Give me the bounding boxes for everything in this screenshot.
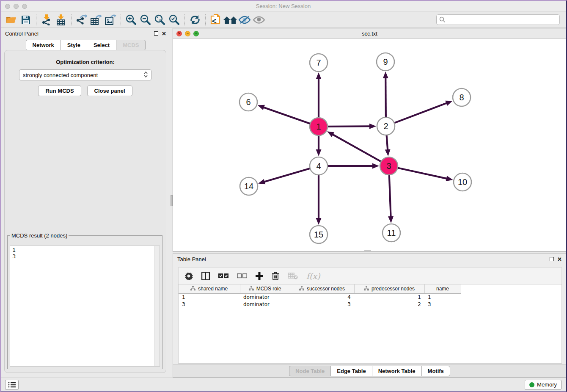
run-mcds-button[interactable]: Run MCDS (38, 86, 81, 96)
settings-gear-icon[interactable] (184, 272, 193, 280)
graph-node-label-10: 10 (458, 177, 467, 187)
attribute-icon (364, 286, 369, 292)
close-table-panel-icon[interactable]: ✕ (557, 257, 562, 262)
tab-edge-table[interactable]: Edge Table (330, 366, 372, 376)
column-header-predecessor-nodes[interactable]: predecessor nodes (354, 284, 424, 293)
close-panel-icon[interactable]: ✕ (162, 31, 166, 36)
node-table[interactable]: shared nameMCDS rolesuccessor nodesprede… (178, 284, 562, 364)
import-network-icon[interactable] (39, 14, 54, 26)
export-network-icon[interactable] (74, 14, 89, 26)
graph-arrowhead-2-3 (385, 149, 391, 156)
table-row[interactable]: 3dominator323 (179, 301, 461, 308)
zoom-in-icon[interactable] (124, 14, 138, 26)
tab-style[interactable]: Style (61, 40, 87, 50)
search-input[interactable] (436, 14, 560, 25)
network-canvas[interactable]: 7968124314101511 (173, 39, 566, 251)
tab-node-table[interactable]: Node Table (289, 366, 330, 376)
cell-shared-name[interactable]: 3 (179, 301, 240, 308)
add-column-icon[interactable] (256, 272, 263, 280)
attribute-icon (190, 286, 195, 292)
refresh-view-icon[interactable] (188, 14, 202, 26)
cell-MCDS-role[interactable]: dominator (240, 293, 290, 301)
open-session-icon[interactable] (4, 14, 19, 26)
graph-edge-3-10[interactable] (397, 168, 447, 179)
criterion-value: strongly connected component (23, 72, 98, 78)
cell-successor-nodes[interactable]: 4 (290, 293, 354, 301)
cell-MCDS-role[interactable]: dominator (240, 301, 290, 308)
graph-arrowhead-1-4 (316, 149, 322, 156)
tab-motifs[interactable]: Motifs (421, 366, 450, 376)
table-header-row: shared nameMCDS rolesuccessor nodesprede… (179, 284, 461, 293)
zoom-selected-icon[interactable] (167, 14, 182, 26)
graph-edge-4-14[interactable] (264, 168, 311, 182)
result-scrollbar[interactable] (154, 246, 160, 366)
hide-selected-icon[interactable] (237, 14, 252, 26)
delete-table-icon (288, 272, 298, 280)
column-label: predecessor nodes (372, 286, 415, 292)
float-panel-icon[interactable] (154, 31, 158, 36)
zoom-out-icon[interactable] (138, 14, 153, 26)
column-header-name[interactable]: name (424, 284, 461, 293)
column-header-successor-nodes[interactable]: successor nodes (290, 284, 354, 293)
show-all-icon[interactable] (252, 14, 266, 26)
memory-label: Memory (537, 381, 557, 388)
show-column-icon[interactable] (201, 272, 210, 280)
mcds-result-group: MCDS result (2 nodes) 1 3 (7, 232, 162, 369)
cell-predecessor-nodes[interactable]: 2 (354, 301, 424, 308)
graph-edge-1-2[interactable] (327, 126, 370, 127)
control-panel-tabs: NetworkStyleSelectMCDS (1, 40, 171, 50)
export-image-icon[interactable] (103, 14, 118, 26)
attribute-icon (299, 286, 304, 292)
graph-edge-2-3[interactable] (386, 135, 388, 150)
close-panel-button[interactable]: Close panel (87, 86, 132, 96)
mcds-result-text[interactable]: 1 3 (10, 246, 160, 367)
network-graph[interactable]: 7968124314101511 (173, 39, 566, 251)
cell-name[interactable]: 3 (424, 301, 461, 308)
save-session-icon[interactable] (19, 14, 33, 26)
task-history-button[interactable] (5, 380, 19, 390)
tab-network[interactable]: Network (26, 40, 61, 50)
control-panel-header: Control Panel ✕ (1, 28, 171, 39)
column-header-MCDS-role[interactable]: MCDS role (240, 284, 290, 293)
mcds-tab-content: Optimization criterion: strongly connect… (4, 50, 166, 373)
table-row[interactable]: 1dominator411 (179, 293, 461, 301)
graph-arrowhead-1-2 (369, 124, 376, 129)
graph-edge-3-11[interactable] (389, 174, 391, 217)
graph-edge-2-9[interactable] (385, 77, 386, 118)
float-table-panel-icon[interactable] (550, 257, 554, 261)
control-panel-title: Control Panel (5, 30, 39, 37)
graph-node-label-3: 3 (386, 161, 391, 171)
canvas-resize-handle[interactable] (364, 250, 371, 251)
tab-network-table[interactable]: Network Table (372, 366, 421, 376)
graph-edge-2-8[interactable] (394, 103, 447, 123)
optimization-criterion-label: Optimization criterion: (7, 59, 163, 65)
network-window-titlebar[interactable]: ✕ − + scc.txt (173, 28, 566, 39)
criterion-dropdown[interactable]: strongly connected component (19, 69, 151, 80)
column-label: successor nodes (307, 286, 345, 292)
graph-edge-3-1[interactable] (332, 134, 381, 162)
table-body: 1dominator4113dominator323 (179, 293, 461, 308)
graph-node-label-15: 15 (314, 230, 323, 239)
main-toolbar (1, 12, 566, 28)
column-label: MCDS role (256, 286, 281, 292)
unselect-all-icon[interactable] (237, 273, 247, 279)
cell-shared-name[interactable]: 1 (179, 293, 240, 301)
memory-button[interactable]: Memory (525, 380, 561, 390)
export-table-icon[interactable] (89, 14, 103, 26)
function-builder-icon: f(x) (306, 271, 320, 281)
cell-successor-nodes[interactable]: 3 (290, 301, 354, 308)
dropdown-stepper-icon (144, 71, 148, 79)
tab-select[interactable]: Select (87, 40, 116, 50)
zoom-fit-icon[interactable] (153, 14, 167, 26)
graph-edge-1-6[interactable] (263, 107, 311, 124)
delete-column-icon[interactable] (272, 272, 279, 280)
home-ndex-icon[interactable] (223, 14, 237, 26)
cell-name[interactable]: 1 (424, 293, 461, 301)
select-all-check-icon[interactable] (218, 273, 228, 279)
window-title: Session: New Session (1, 3, 566, 9)
clone-network-icon[interactable] (209, 14, 223, 26)
import-table-icon[interactable] (54, 14, 68, 26)
cell-predecessor-nodes[interactable]: 1 (354, 293, 424, 301)
column-header-shared-name[interactable]: shared name (179, 284, 240, 293)
tab-mcds[interactable]: MCDS (116, 40, 146, 50)
